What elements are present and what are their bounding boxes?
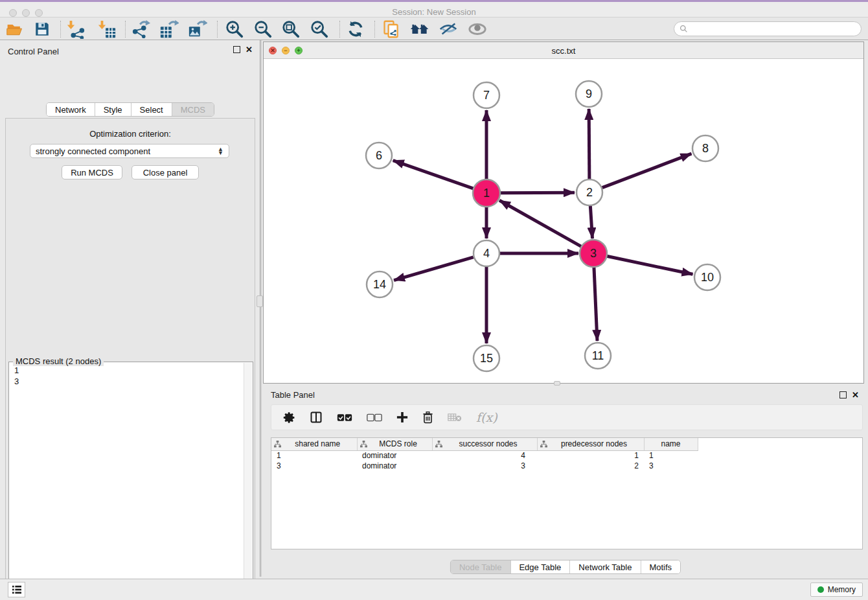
graph-node-15[interactable]: 15 — [474, 345, 499, 371]
edge-2-9[interactable] — [589, 109, 589, 179]
graph-node-6[interactable]: 6 — [366, 143, 392, 168]
memory-button[interactable]: Memory — [810, 583, 863, 597]
column-header-predecessor-nodes[interactable]: predecessor nodes — [537, 438, 644, 450]
table-cell[interactable]: 4 — [432, 450, 537, 461]
show-columns-icon[interactable] — [310, 411, 323, 424]
table-cell[interactable]: 2 — [537, 461, 644, 471]
table-cell[interactable]: 3 — [644, 461, 698, 471]
open-folder-icon[interactable] — [4, 19, 26, 39]
column-header-shared-name[interactable]: shared name — [271, 438, 357, 450]
new-network-from-selection-icon[interactable] — [380, 19, 402, 39]
node-label: 7 — [483, 89, 490, 102]
table-tabs: Node TableEdge TableNetwork TableMotifs — [450, 560, 681, 574]
unselect-all-columns-icon[interactable] — [367, 413, 382, 422]
criterion-select[interactable]: strongly connected component ▲▼ — [30, 144, 229, 158]
search-input[interactable] — [688, 25, 861, 34]
table-row[interactable]: 1dominator411 — [271, 450, 862, 461]
zoom-selected-icon[interactable] — [308, 19, 330, 39]
network-graph-canvas[interactable]: 1234678910111415 — [264, 59, 863, 383]
edge-1-6[interactable] — [393, 161, 474, 189]
table-cell[interactable]: 3 — [432, 461, 537, 471]
table-cell[interactable]: dominator — [357, 450, 432, 461]
import-table-icon[interactable] — [96, 19, 118, 39]
column-header-MCDS-role[interactable]: MCDS role — [357, 438, 432, 450]
float-panel-icon[interactable] — [233, 46, 240, 53]
edge-4-14[interactable] — [394, 257, 474, 281]
close-panel-button[interactable]: Close panel — [131, 165, 199, 179]
table-cell[interactable]: 1 — [271, 450, 357, 461]
edge-3-10[interactable] — [607, 256, 693, 274]
table-cell[interactable]: 3 — [271, 461, 357, 471]
table-cell[interactable]: 1 — [537, 450, 644, 461]
tab-style[interactable]: Style — [95, 103, 131, 116]
save-session-icon[interactable] — [31, 19, 53, 39]
table-cell[interactable]: dominator — [357, 461, 432, 471]
show-all-icon[interactable] — [466, 19, 488, 39]
table-cell-empty — [698, 450, 862, 461]
tab-motifs[interactable]: Motifs — [641, 560, 680, 573]
result-line: 1 — [14, 365, 242, 376]
import-network-icon[interactable] — [65, 19, 87, 39]
result-scrollbar[interactable] — [244, 363, 252, 600]
tab-node-table[interactable]: Node Table — [451, 560, 511, 573]
select-all-columns-icon[interactable] — [337, 413, 352, 422]
edge-2-8[interactable] — [602, 154, 692, 187]
graph-node-7[interactable]: 7 — [474, 82, 499, 108]
table-row[interactable]: 3dominator323 — [271, 461, 862, 471]
tab-select[interactable]: Select — [131, 103, 172, 116]
refresh-icon[interactable] — [345, 19, 367, 39]
hide-selected-icon[interactable] — [437, 19, 459, 39]
graph-node-10[interactable]: 10 — [694, 264, 720, 290]
export-network-icon[interactable] — [130, 19, 152, 39]
control-panel: Control Panel ✕ NetworkStyleSelectMCDS O… — [0, 40, 260, 577]
table-cell[interactable]: 1 — [644, 450, 698, 461]
column-header-name[interactable]: name — [644, 438, 698, 450]
node-label: 14 — [373, 278, 386, 291]
delete-column-trash-icon[interactable] — [422, 411, 433, 424]
search-field[interactable] — [674, 21, 862, 36]
memory-status-icon — [817, 586, 824, 593]
close-table-panel-icon[interactable]: ✕ — [852, 391, 859, 398]
run-mcds-button[interactable]: Run MCDS — [62, 165, 122, 179]
graph-node-11[interactable]: 11 — [585, 343, 611, 369]
tab-network-table[interactable]: Network Table — [570, 560, 641, 573]
close-panel-icon[interactable]: ✕ — [246, 46, 253, 53]
task-history-button[interactable] — [8, 582, 25, 597]
export-image-icon[interactable] — [187, 19, 209, 39]
select-spinner-icon: ▲▼ — [218, 147, 223, 155]
node-table[interactable]: shared nameMCDS rolesuccessor nodesprede… — [271, 437, 863, 549]
zoom-fit-icon[interactable] — [280, 19, 302, 39]
create-column-plus-icon[interactable] — [396, 411, 408, 423]
graph-node-1[interactable]: 1 — [473, 179, 500, 207]
network-view-window: ✕ − + scc.txt 1234678910111415 — [263, 41, 864, 384]
graph-node-9[interactable]: 9 — [576, 81, 602, 107]
node-label: 4 — [483, 247, 490, 260]
edge-3-11[interactable] — [594, 267, 597, 341]
tab-network[interactable]: Network — [47, 103, 95, 116]
mcds-result-list[interactable]: 13 — [10, 365, 242, 600]
vertical-splitter[interactable] — [260, 40, 262, 577]
column-header-successor-nodes[interactable]: successor nodes — [432, 438, 537, 450]
float-table-panel-icon[interactable] — [839, 391, 847, 398]
horizontal-splitter-grip[interactable] — [554, 381, 560, 386]
graph-node-14[interactable]: 14 — [367, 271, 393, 297]
node-label: 8 — [702, 142, 709, 155]
zoom-in-icon[interactable] — [223, 19, 246, 39]
table-settings-gear-icon[interactable] — [283, 411, 295, 424]
export-table-icon[interactable] — [158, 19, 180, 39]
tab-mcds[interactable]: MCDS — [172, 103, 214, 116]
graph-node-2[interactable]: 2 — [577, 179, 602, 205]
tab-edge-table[interactable]: Edge Table — [510, 560, 570, 573]
graph-node-4[interactable]: 4 — [474, 240, 499, 266]
network-window-titlebar: ✕ − + scc.txt — [264, 42, 863, 59]
edge-3-1[interactable] — [499, 200, 582, 246]
column-header-label: shared name — [281, 439, 354, 448]
graph-node-8[interactable]: 8 — [692, 135, 718, 161]
zoom-out-icon[interactable] — [252, 19, 274, 39]
node-label: 11 — [592, 349, 604, 362]
graph-node-3[interactable]: 3 — [580, 240, 607, 267]
edge-2-3[interactable] — [590, 206, 592, 238]
edge-1-2[interactable] — [500, 192, 575, 193]
vertical-splitter-grip[interactable] — [257, 295, 263, 307]
first-neighbors-icon[interactable] — [409, 19, 431, 39]
